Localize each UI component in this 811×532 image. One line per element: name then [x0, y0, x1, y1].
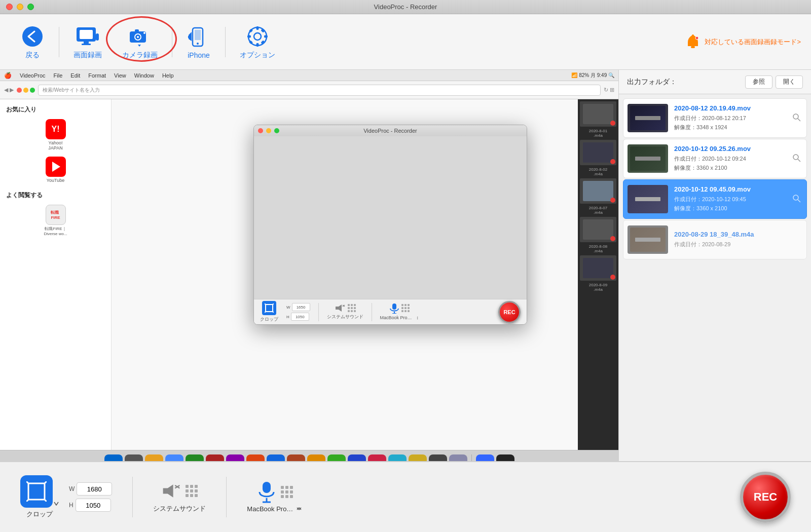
svg-line-48 — [45, 500, 47, 502]
svg-rect-19 — [247, 35, 251, 37]
file-info-3: 2020-10-12 09.45.09.mov 作成日付：2020-10-12 … — [674, 185, 786, 213]
file-meta-3: 作成日付：2020-10-12 09:45 解像度：3360 x 2100 — [674, 195, 786, 213]
options-label: オプション — [240, 51, 275, 60]
options-icon — [245, 24, 270, 49]
close-button[interactable] — [6, 4, 13, 10]
mic-dropdown-icon[interactable] — [296, 506, 302, 512]
thumb-item-3[interactable] — [580, 178, 616, 204]
file-list: 2020-08-12 20.19.49.mov 作成日付：2020-08-12 … — [619, 94, 811, 461]
camera-record-button[interactable]: カメラ録画 — [112, 20, 168, 64]
crop-icon[interactable] — [20, 475, 53, 508]
mic-grid[interactable] — [281, 486, 293, 498]
rec-dialog-titlebar: VideoProc - Recorder — [254, 125, 527, 136]
open-button[interactable]: 開く — [776, 75, 803, 89]
file-meta-4: 作成日付：2020-08-29 — [674, 240, 802, 249]
file-meta-1: 作成日付：2020-08-12 20:17 解像度：3348 x 1924 — [674, 114, 786, 132]
svg-rect-25 — [691, 46, 695, 48]
svg-point-40 — [793, 155, 798, 160]
mock-content: お気に入り Y! Yahoo! JAPAN YouTube よく閲覧す — [0, 99, 618, 450]
rec-mic: MacBook Pro… ↕ — [380, 302, 419, 321]
mock-menubar: 🍎 VideoProc File Edit Format View Window… — [0, 70, 618, 81]
file-item-4[interactable]: 2020-08-29 18_39_48.m4a 作成日付：2020-08-29 — [623, 220, 807, 259]
svg-point-27 — [695, 36, 698, 40]
file-thumb-3 — [628, 185, 668, 213]
system-sound-label: システムサウンド — [153, 504, 206, 513]
thumb-item-5[interactable] — [580, 255, 616, 281]
back-icon — [20, 24, 45, 49]
audio-system-control: システムサウンド — [153, 481, 206, 513]
back-label: 戻る — [25, 51, 40, 60]
file-item-3[interactable]: 2020-10-12 09.45.09.mov 作成日付：2020-10-12 … — [623, 179, 807, 219]
svg-rect-5 — [96, 33, 99, 41]
screen-preview: 🍎 VideoProc File Edit Format View Window… — [0, 70, 618, 461]
notification-button[interactable]: 対応している画面録画録モード> — [685, 34, 801, 50]
crop-control: クロップ — [20, 475, 59, 519]
rec-close-btn[interactable] — [258, 128, 263, 133]
rec-dialog-rec-label: REC — [503, 309, 515, 315]
svg-rect-18 — [256, 43, 259, 47]
svg-rect-10 — [135, 29, 139, 32]
rec-dialog-rec-button[interactable]: REC — [498, 301, 521, 323]
system-sound-icon[interactable] — [161, 481, 181, 501]
svg-rect-35 — [392, 303, 396, 310]
mock-sidebar: お気に入り Y! Yahoo! JAPAN YouTube よく閲覧す — [0, 99, 112, 450]
options-button[interactable]: オプション — [230, 20, 285, 64]
bottom-divider-2 — [226, 477, 227, 517]
svg-rect-13 — [195, 30, 201, 40]
mock-browser-bar: 検索/Webサイト名を入力 — [38, 85, 601, 96]
crop-dropdown-arrow[interactable] — [54, 502, 59, 506]
file-thumb-1 — [628, 104, 668, 132]
system-sound-grid[interactable] — [186, 485, 198, 497]
file-search-1[interactable] — [792, 113, 802, 123]
maximize-button[interactable] — [27, 4, 34, 10]
toolbar-divider-2 — [172, 27, 172, 57]
rec-button[interactable]: REC — [740, 472, 791, 522]
file-search-2[interactable] — [792, 154, 802, 164]
svg-point-26 — [692, 34, 694, 36]
browse-button[interactable]: 参照 — [745, 75, 772, 89]
bottom-bar: クロップ W H シ — [0, 461, 811, 532]
mic-icon[interactable] — [256, 482, 277, 502]
svg-point-9 — [137, 36, 139, 38]
rec-dialog-title: VideoProc - Recorder — [363, 128, 417, 134]
iphone-label: iPhone — [188, 51, 210, 59]
file-name-2: 2020-10-12 09.25.26.mov — [674, 145, 786, 153]
file-search-3[interactable] — [792, 194, 802, 204]
iphone-button[interactable]: iPhone — [176, 21, 221, 63]
svg-rect-4 — [82, 44, 91, 45]
svg-rect-3 — [84, 42, 89, 44]
rec-max-btn[interactable] — [274, 128, 279, 133]
camera-record-wrap: カメラ録画 — [112, 20, 168, 64]
minimize-button[interactable] — [17, 4, 23, 10]
file-thumb-4 — [628, 225, 668, 254]
iphone-icon — [187, 25, 211, 49]
width-label: W — [69, 485, 75, 492]
file-name-1: 2020-08-12 20.19.49.mov — [674, 104, 786, 112]
svg-rect-51 — [263, 482, 271, 493]
mock-browser: ◀ ▶ 検索/Webサイト名を入力 ↻ ⊞ — [0, 81, 618, 99]
dimensions: W H — [69, 482, 112, 512]
height-row: H — [69, 499, 112, 512]
thumb-item-4[interactable] — [580, 217, 616, 242]
svg-point-14 — [197, 43, 199, 45]
svg-line-30 — [273, 303, 274, 305]
file-item-1[interactable]: 2020-08-12 20.19.49.mov 作成日付：2020-08-12 … — [623, 98, 807, 138]
height-label: H — [69, 502, 73, 509]
file-item-2[interactable]: 2020-10-12 09.25.26.mov 作成日付：2020-10-12 … — [623, 139, 807, 178]
thumb-item-2[interactable] — [580, 140, 616, 165]
toolbar-divider-1 — [59, 27, 59, 57]
width-input[interactable] — [77, 482, 112, 496]
file-name-4: 2020-08-29 18_39_48.m4a — [674, 231, 802, 238]
svg-line-31 — [265, 312, 266, 313]
camera-record-label: カメラ録画 — [122, 51, 158, 60]
rec-min-btn[interactable] — [266, 128, 271, 133]
toolbar: 戻る 画面録画 — [0, 14, 811, 70]
toolbar-divider-3 — [225, 27, 226, 57]
height-input[interactable] — [76, 499, 111, 512]
svg-rect-17 — [256, 26, 259, 30]
svg-line-46 — [45, 481, 47, 483]
back-button[interactable]: 戻る — [10, 20, 55, 64]
screen-record-button[interactable]: 画面録画 — [63, 20, 112, 64]
thumb-item-1[interactable] — [580, 101, 616, 127]
file-info-4: 2020-08-29 18_39_48.m4a 作成日付：2020-08-29 — [674, 231, 802, 249]
